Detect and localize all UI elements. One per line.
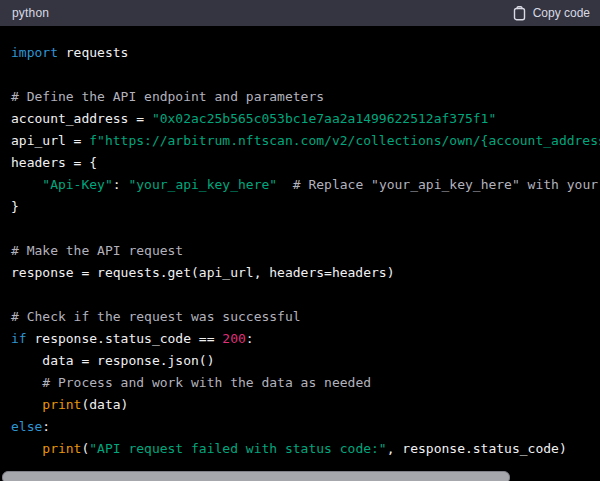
copy-code-button[interactable]: Copy code bbox=[513, 6, 590, 21]
code-line: if response.status_code == 200: bbox=[11, 328, 600, 350]
clipboard-icon bbox=[513, 6, 526, 21]
code-line: response = requests.get(api_url, headers… bbox=[11, 262, 600, 284]
code-line: print("API request failed with status co… bbox=[11, 438, 600, 460]
code-line: "Api-Key": "your_api_key_here" # Replace… bbox=[11, 174, 600, 196]
code-line: else: bbox=[11, 416, 600, 438]
code-scroll-area[interactable]: import requests # Define the API endpoin… bbox=[0, 26, 600, 460]
code-line: # Make the API request bbox=[11, 240, 600, 262]
code-line: print(data) bbox=[11, 394, 600, 416]
code-line: account_address = "0x02ac25b565c053bc1e7… bbox=[11, 108, 600, 130]
code-content: import requests # Define the API endpoin… bbox=[11, 42, 600, 460]
language-label: python bbox=[12, 6, 49, 20]
code-line bbox=[11, 218, 600, 240]
code-block: python Copy code import requests # Defin… bbox=[0, 0, 600, 481]
code-line: headers = { bbox=[11, 152, 600, 174]
code-line: import requests bbox=[11, 42, 600, 64]
horizontal-scrollbar-thumb[interactable] bbox=[2, 471, 510, 481]
code-line bbox=[11, 64, 600, 86]
code-block-header: python Copy code bbox=[0, 0, 600, 26]
code-line: api_url = f"https://arbitrum.nftscan.com… bbox=[11, 130, 600, 152]
code-line bbox=[11, 284, 600, 306]
code-line: # Check if the request was successful bbox=[11, 306, 600, 328]
code-line: } bbox=[11, 196, 600, 218]
copy-code-label: Copy code bbox=[533, 6, 590, 20]
code-line: # Process and work with the data as need… bbox=[11, 372, 600, 394]
code-line: # Define the API endpoint and parameters bbox=[11, 86, 600, 108]
code-line: data = response.json() bbox=[11, 350, 600, 372]
